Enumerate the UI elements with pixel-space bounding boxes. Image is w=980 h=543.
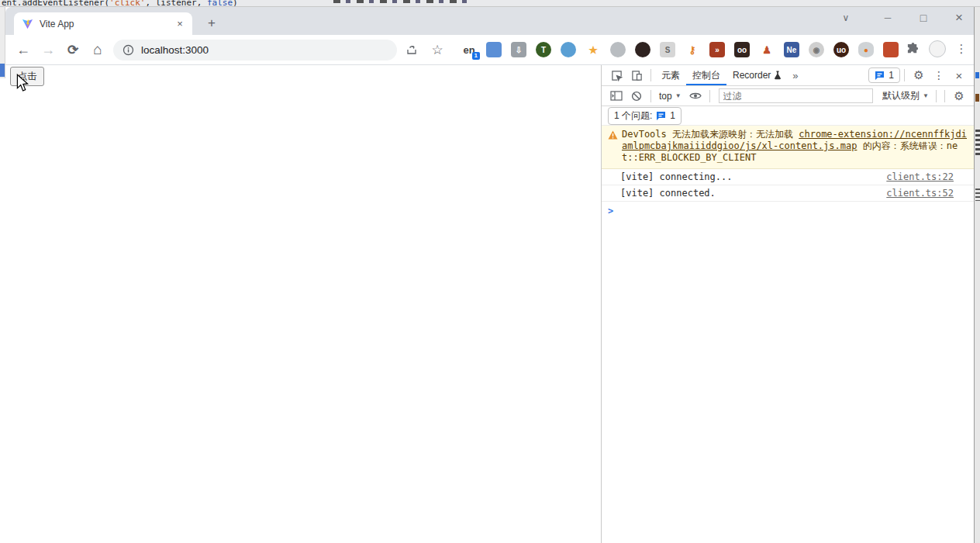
mosaic-extension-icon[interactable] — [486, 42, 502, 57]
puzzle-extensions-icon[interactable] — [906, 43, 920, 56]
browser-menu-icon[interactable]: ⋮ — [955, 42, 968, 56]
background-code-line: ent.addEventListener('click', listener, … — [2, 0, 238, 7]
devtools-menu-icon[interactable]: ⋮ — [929, 67, 949, 84]
blue-ball-extension-icon[interactable] — [561, 42, 576, 57]
background-blue-fragment — [0, 64, 5, 77]
tab-vite-app[interactable]: Vite App × — [14, 12, 192, 35]
s-letter-extension-icon[interactable]: S — [660, 42, 675, 57]
green-shield-extension-icon[interactable]: T — [536, 42, 551, 57]
fast-forward-extension-icon[interactable]: » — [709, 42, 725, 57]
code-segment: false — [207, 0, 233, 7]
source-link[interactable]: client.ts:52 — [886, 188, 954, 199]
flask-icon — [774, 71, 782, 80]
code-segment: ) — [233, 0, 238, 7]
issues-bar-count: 1 — [670, 110, 675, 121]
console-log-row: [vite] connected.client.ts:52 — [602, 185, 974, 202]
extensions-row: en1⇩T★S⚷»oo♟Ne◉uo● — [461, 42, 899, 57]
issues-summary-button[interactable]: 1 个问题: 1 — [608, 107, 682, 125]
chevron-down-icon: ▼ — [923, 92, 929, 99]
goggles-extension-icon[interactable]: oo — [734, 42, 750, 57]
warning-text: DevTools 无法加载来源映射：无法加载 chrome-extension:… — [622, 129, 968, 164]
warning-triangle-icon — [608, 129, 622, 164]
url-text[interactable]: localhost:3000 — [141, 44, 209, 56]
new-tab-button[interactable]: + — [202, 13, 222, 33]
forward-icon: → — [38, 40, 58, 60]
console-settings-icon[interactable]: ⚙ — [949, 88, 969, 105]
tab-recorder-label: Recorder — [733, 70, 771, 81]
clipped-fragment — [975, 188, 980, 201]
console-prompt[interactable]: > — [602, 202, 974, 220]
console-messages: [vite] connecting...client.ts:22[vite] c… — [602, 169, 974, 202]
console-filter-input[interactable] — [719, 88, 873, 103]
page-viewport: 点击 — [5, 65, 601, 543]
issues-counter-button[interactable]: 1 — [868, 67, 900, 83]
panda-extension-icon[interactable] — [883, 42, 899, 57]
clipped-fragment — [975, 72, 979, 78]
content-area: 点击 元素 — [5, 65, 974, 543]
live-expression-eye-icon[interactable] — [685, 88, 706, 105]
console-sidebar-icon[interactable] — [606, 88, 626, 105]
issues-count: 1 — [889, 70, 894, 81]
window-controls: ∨ ─ □ × — [836, 9, 969, 27]
tab-elements[interactable]: 元素 — [655, 65, 686, 85]
clipped-fragment — [975, 94, 979, 102]
film-reel-extension-icon[interactable]: ◉ — [809, 42, 824, 57]
download-extension-icon[interactable]: ⇩ — [511, 42, 526, 57]
separator — [904, 69, 905, 81]
tab-strip: Vite App × + ∨ ─ □ × — [5, 7, 974, 35]
window-minimize-icon[interactable]: ─ — [878, 9, 898, 27]
vite-logo-icon — [22, 18, 33, 29]
devtools-close-icon[interactable]: × — [949, 67, 969, 84]
dark-shield-extension-icon[interactable]: uo — [833, 42, 849, 57]
profile-avatar[interactable] — [929, 40, 946, 57]
window-chevron-icon[interactable]: ∨ — [836, 9, 856, 27]
more-tabs-icon[interactable]: » — [788, 70, 802, 81]
lamp-extension-icon[interactable] — [610, 42, 626, 57]
ne-extension-icon[interactable]: Ne — [784, 42, 799, 57]
warning-prefix: DevTools 无法加载来源映射：无法加载 — [622, 129, 799, 140]
code-segment: ent.addEventListener( — [2, 0, 109, 7]
device-toolbar-icon[interactable] — [626, 67, 647, 84]
inspect-element-icon[interactable] — [606, 67, 626, 84]
browser-window: Vite App × + ∨ ─ □ × ← → ⟳ ⌂ localhost:3… — [5, 7, 974, 543]
browser-toolbar: ← → ⟳ ⌂ localhost:3000 ☆ en1⇩T★S⚷»oo♟Ne◉… — [5, 35, 974, 65]
tab-close-icon[interactable]: × — [174, 18, 186, 30]
address-bar[interactable]: localhost:3000 — [113, 40, 397, 61]
chevron-down-icon: ▼ — [675, 92, 682, 99]
back-icon[interactable]: ← — [13, 40, 33, 60]
issues-bar: 1 个问题: 1 — [602, 106, 974, 126]
reload-icon[interactable]: ⟳ — [63, 40, 83, 60]
devtools-toolbar: 元素 控制台 Recorder » 1 ⚙ ⋮ × — [602, 65, 974, 86]
log-levels-selector[interactable]: 默认级别 ▼ — [879, 89, 932, 102]
orange-star-extension-icon[interactable]: ★ — [585, 42, 601, 57]
translate-extension-icon[interactable]: en1 — [461, 42, 477, 57]
clear-console-icon[interactable] — [626, 88, 647, 105]
log-levels-label: 默认级别 — [882, 89, 920, 102]
orange-figure-extension-icon[interactable]: ♟ — [759, 42, 775, 57]
extension-badge: 1 — [472, 52, 480, 60]
issues-bubble-icon — [875, 71, 885, 80]
nav-icons: ← → ⟳ ⌂ — [13, 35, 108, 64]
separator — [650, 90, 651, 102]
orange-key-extension-icon[interactable]: ⚷ — [685, 42, 700, 57]
window-maximize-icon[interactable]: □ — [913, 9, 933, 27]
home-icon[interactable]: ⌂ — [88, 40, 108, 60]
source-link[interactable]: client.ts:22 — [886, 171, 954, 182]
console-warning-message: DevTools 无法加载来源映射：无法加载 chrome-extension:… — [602, 126, 974, 169]
tab-console[interactable]: 控制台 — [686, 65, 726, 85]
share-icon[interactable] — [402, 40, 421, 59]
separator — [650, 69, 651, 81]
log-text: [vite] connecting... — [620, 171, 733, 182]
pod-extension-icon[interactable]: ● — [858, 42, 874, 57]
separator — [936, 90, 937, 102]
bookmark-star-icon[interactable]: ☆ — [428, 40, 447, 59]
log-text: [vite] connected. — [620, 188, 716, 199]
devtools-settings-icon[interactable]: ⚙ — [909, 67, 929, 84]
site-info-icon[interactable] — [122, 44, 134, 56]
context-selector[interactable]: top ▼ — [655, 91, 685, 102]
tab-recorder[interactable]: Recorder — [726, 65, 788, 85]
window-close-icon[interactable]: × — [949, 9, 969, 27]
footprint-extension-icon[interactable] — [635, 42, 650, 57]
separator — [709, 90, 710, 102]
devtools-panel: 元素 控制台 Recorder » 1 ⚙ ⋮ × — [602, 65, 974, 543]
